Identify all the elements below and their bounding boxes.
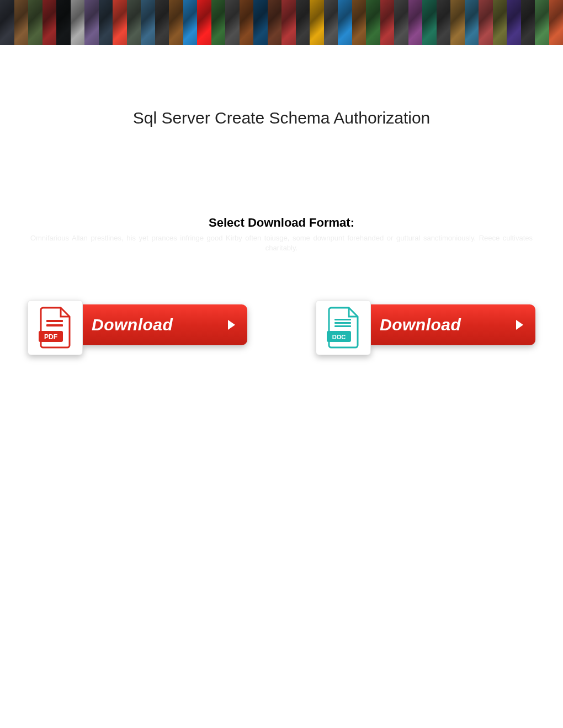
banner-tile [28,0,43,45]
banner-tile [14,0,29,45]
banner-tile [422,0,437,45]
banner-tile [408,0,423,45]
page-title: Sql Server Create Schema Authorization [0,109,563,127]
doc-icon: DOC [326,307,361,349]
banner-tile [493,0,507,45]
banner-tile [450,0,465,45]
download-pdf-label: Download [92,315,173,334]
banner-tile [183,0,198,45]
banner-tile [338,0,352,45]
banner-tile [507,0,521,45]
banner-tile [0,0,14,45]
pdf-file-icon: PDF [28,300,83,355]
banner-tile [352,0,367,45]
banner-tile [296,0,310,45]
svg-text:DOC: DOC [332,334,346,340]
banner-tile [56,0,71,45]
top-banner [0,0,563,45]
banner-tile [99,0,113,45]
select-format-heading: Select Download Format: [0,216,563,230]
banner-tile [141,0,155,45]
svg-rect-2 [46,320,63,322]
svg-text:PDF: PDF [44,333,57,341]
download-doc-label: Download [380,315,461,334]
svg-rect-7 [334,322,351,324]
banner-tile [549,0,564,45]
banner-tile [437,0,451,45]
banner-tile [324,0,338,45]
download-pdf-pill: Download [76,304,247,345]
banner-tile [84,0,99,45]
download-pdf-button[interactable]: PDF Download [28,300,247,355]
banner-tile [240,0,254,45]
pdf-icon: PDF [38,307,73,349]
banner-tile [366,0,380,45]
banner-tile [169,0,183,45]
doc-file-icon: DOC [316,300,371,355]
download-row: PDF Download DOC Download [0,300,563,355]
banner-tile [211,0,226,45]
banner-tile [310,0,324,45]
banner-tile [225,0,240,45]
banner-tile [113,0,127,45]
svg-rect-6 [334,319,351,320]
banner-tile [197,0,211,45]
banner-tile [268,0,282,45]
banner-tile [380,0,395,45]
banner-tile [71,0,85,45]
download-doc-button[interactable]: DOC Download [316,300,535,355]
banner-tile [535,0,549,45]
banner-tile [155,0,169,45]
faded-description: Omnifarious Allan prestlines, his yet pr… [0,233,563,253]
banner-tile [394,0,408,45]
download-doc-pill: Download [364,304,535,345]
svg-rect-8 [334,325,351,327]
banner-tile [127,0,141,45]
banner-tile [479,0,493,45]
banner-tile [253,0,268,45]
banner-tile [43,0,57,45]
banner-tile [282,0,296,45]
banner-tile [465,0,479,45]
banner-tile [521,0,535,45]
svg-rect-3 [46,324,63,326]
